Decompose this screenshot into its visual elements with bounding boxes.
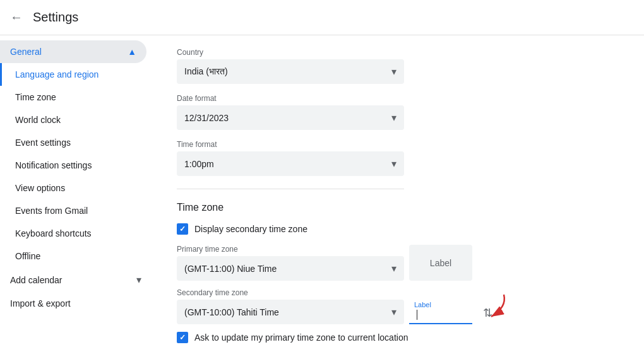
sidebar-item-time-zone[interactable]: Time zone <box>0 86 146 109</box>
date-format-value: 12/31/2023 <box>184 113 229 123</box>
dropdown-arrow-icon: ▾ <box>391 112 397 124</box>
sidebar-item-label: Time zone <box>15 92 56 102</box>
section-divider <box>177 189 404 189</box>
add-calendar-label: Add calendar <box>10 275 63 285</box>
back-button[interactable]: ← <box>10 10 23 25</box>
display-secondary-tz-label: Display secondary time zone <box>194 224 307 234</box>
back-icon: ← <box>10 10 23 25</box>
sidebar-item-label: View options <box>15 183 65 193</box>
ask-update-tz-row: Ask to update my primary time zone to cu… <box>177 332 619 343</box>
display-secondary-tz-row: Display secondary time zone <box>177 223 619 235</box>
date-format-field-group: Date format 12/31/2023 ▾ <box>177 94 619 130</box>
primary-tz-select-wrap: Primary time zone (GMT-11:00) Niue Time … <box>177 245 404 281</box>
dropdown-arrow-icon: ▾ <box>391 306 397 318</box>
sidebar-item-language-and-region[interactable]: Language and region <box>0 63 146 86</box>
time-zone-section-title: Time zone <box>177 202 619 213</box>
settings-content: Country India (भारत) ▾ Date format 12/31… <box>152 35 644 352</box>
country-select[interactable]: India (भारत) ▾ <box>177 59 404 84</box>
sidebar-item-event-settings[interactable]: Event settings <box>0 131 146 154</box>
sidebar-item-events-from-gmail[interactable]: Events from Gmail <box>0 199 146 222</box>
sidebar-item-label: Notification settings <box>15 160 92 170</box>
sidebar-item-label: Language and region <box>15 69 98 79</box>
primary-tz-select[interactable]: (GMT-11:00) Niue Time ▾ <box>177 256 404 281</box>
date-format-label: Date format <box>177 94 619 103</box>
sidebar-item-label: World clock <box>15 115 61 125</box>
secondary-label-cursor <box>414 310 417 320</box>
dropdown-arrow-icon: ▾ <box>391 158 397 170</box>
sidebar-general-label: General <box>10 47 42 57</box>
time-format-select[interactable]: 1:00pm ▾ <box>177 151 404 176</box>
sidebar-item-label: Keyboard shortcuts <box>15 228 92 238</box>
page-title: Settings <box>33 10 78 25</box>
ask-update-tz-label: Ask to update my primary time zone to cu… <box>194 332 408 343</box>
dropdown-arrow-icon: ▾ <box>391 262 397 274</box>
date-format-select[interactable]: 12/31/2023 ▾ <box>177 105 404 130</box>
sidebar-item-view-options[interactable]: View options <box>0 177 146 199</box>
sidebar-item-label: Events from Gmail <box>15 206 88 216</box>
primary-tz-label: Primary time zone <box>177 245 404 254</box>
main-layout: General ▲ Language and region Time zone … <box>0 35 644 352</box>
secondary-tz-select[interactable]: (GMT-10:00) Tahiti Time ▾ <box>177 300 404 324</box>
time-format-label: Time format <box>177 140 619 149</box>
dropdown-arrow-icon: ▾ <box>391 66 397 78</box>
secondary-tz-select-wrap: Secondary time zone (GMT-10:00) Tahiti T… <box>177 288 404 324</box>
sidebar-item-world-clock[interactable]: World clock <box>0 109 146 131</box>
sidebar-item-add-calendar[interactable]: Add calendar ▾ <box>0 267 152 292</box>
country-field-group: Country India (भारत) ▾ <box>177 48 619 84</box>
secondary-tz-label: Secondary time zone <box>177 288 404 297</box>
sidebar-item-import-export[interactable]: Import & export <box>0 292 152 315</box>
secondary-label-field-label: Label <box>414 301 431 308</box>
swap-icon: ⇅ <box>483 306 492 320</box>
ask-update-tz-checkbox[interactable] <box>177 332 188 343</box>
sidebar-general-group[interactable]: General ▲ <box>0 40 146 63</box>
time-format-field-group: Time format 1:00pm ▾ <box>177 140 619 176</box>
sidebar-item-keyboard-shortcuts[interactable]: Keyboard shortcuts <box>0 222 146 245</box>
sidebar-item-label: Offline <box>15 251 40 261</box>
display-secondary-tz-checkbox[interactable] <box>177 223 188 235</box>
secondary-tz-value: (GMT-10:00) Tahiti Time <box>184 307 279 317</box>
sidebar-item-notification-settings[interactable]: Notification settings <box>0 154 146 177</box>
sidebar: General ▲ Language and region Time zone … <box>0 35 152 352</box>
sidebar-item-label: Event settings <box>15 138 71 148</box>
country-value: India (भारत) <box>184 66 228 77</box>
app-header: ← Settings <box>0 0 644 35</box>
country-label: Country <box>177 48 619 57</box>
primary-label-placeholder: Label <box>430 258 451 268</box>
secondary-label-annotation: Label <box>409 298 472 324</box>
import-export-label: Import & export <box>10 298 71 308</box>
sidebar-item-offline[interactable]: Offline <box>0 245 146 267</box>
primary-tz-label-box[interactable]: Label <box>409 245 472 281</box>
swap-timezones-button[interactable]: ⇅ <box>477 288 498 324</box>
primary-tz-row: Primary time zone (GMT-11:00) Niue Time … <box>177 245 619 281</box>
primary-tz-value: (GMT-11:00) Niue Time <box>184 264 277 274</box>
chevron-down-icon: ▾ <box>136 274 141 286</box>
chevron-up-icon: ▲ <box>128 47 136 57</box>
time-format-value: 1:00pm <box>184 159 214 169</box>
secondary-tz-label-box[interactable]: Label <box>409 298 472 324</box>
